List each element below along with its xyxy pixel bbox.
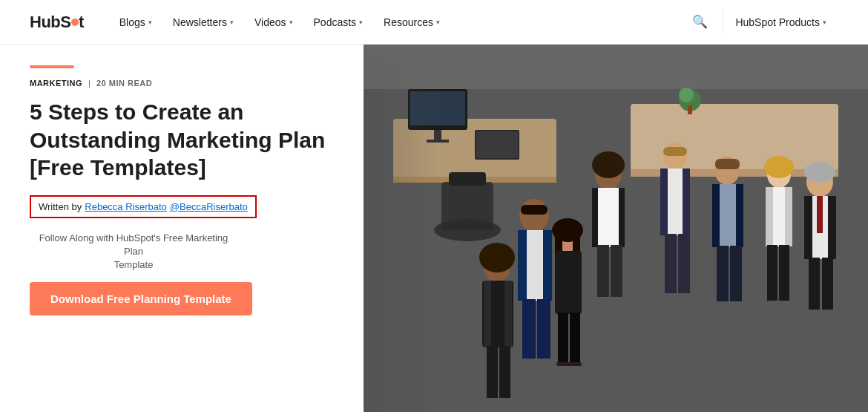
cta-desc-line2: Template bbox=[114, 259, 154, 270]
navbar: HubSt Blogs ▾ Newsletters ▾ Videos ▾ Pod… bbox=[0, 0, 868, 45]
svg-rect-38 bbox=[720, 184, 736, 247]
download-button[interactable]: Download Free Planning Template bbox=[30, 282, 252, 315]
nav-item-podcasts[interactable]: Podcasts ▾ bbox=[305, 10, 372, 34]
nav-item-videos[interactable]: Videos ▾ bbox=[246, 10, 302, 34]
svg-rect-64 bbox=[568, 362, 582, 366]
svg-rect-14 bbox=[688, 105, 692, 114]
svg-point-75 bbox=[479, 243, 515, 272]
svg-rect-24 bbox=[611, 245, 622, 297]
svg-rect-52 bbox=[543, 230, 552, 301]
logo-dot bbox=[71, 19, 79, 26]
svg-rect-68 bbox=[804, 196, 812, 259]
svg-rect-26 bbox=[663, 147, 687, 156]
author-name-link[interactable]: Rebecca Riserbato bbox=[85, 201, 167, 212]
logo[interactable]: HubSt bbox=[30, 13, 84, 32]
category-divider: | bbox=[88, 79, 91, 88]
left-panel: MARKETING | 20 MIN READ 5 Steps to Creat… bbox=[0, 45, 364, 412]
svg-point-66 bbox=[804, 162, 835, 183]
svg-point-48 bbox=[519, 199, 549, 232]
author-prefix: Written by bbox=[39, 201, 82, 212]
category-line: MARKETING | 20 MIN READ bbox=[30, 79, 334, 88]
svg-point-76 bbox=[484, 248, 496, 260]
svg-rect-81 bbox=[487, 346, 498, 398]
chevron-down-icon: ▾ bbox=[823, 19, 826, 26]
svg-rect-28 bbox=[660, 169, 668, 235]
chevron-down-icon: ▾ bbox=[436, 19, 440, 26]
chevron-down-icon: ▾ bbox=[148, 19, 152, 26]
main-content: MARKETING | 20 MIN READ 5 Steps to Creat… bbox=[0, 45, 868, 412]
svg-rect-37 bbox=[736, 184, 743, 247]
nav-label-newsletters: Newsletters bbox=[173, 16, 227, 28]
svg-rect-61 bbox=[558, 313, 568, 364]
hero-image bbox=[364, 45, 868, 412]
nav-item-blogs[interactable]: Blogs ▾ bbox=[111, 10, 161, 34]
svg-rect-55 bbox=[537, 299, 550, 359]
logo-text: HubSt bbox=[30, 13, 84, 32]
svg-point-19 bbox=[592, 151, 625, 178]
author-handle-link[interactable]: @BeccaRiserbato bbox=[170, 201, 248, 212]
svg-rect-39 bbox=[717, 246, 729, 301]
nav-label-blogs: Blogs bbox=[119, 16, 145, 28]
nav-label-resources: Resources bbox=[384, 16, 433, 28]
right-panel bbox=[364, 45, 868, 412]
svg-rect-40 bbox=[730, 246, 742, 301]
cta-desc-line1: Follow Along with HubSpot's Free Marketi… bbox=[39, 232, 228, 257]
office-scene-svg bbox=[364, 45, 868, 412]
svg-rect-22 bbox=[619, 188, 625, 247]
svg-rect-63 bbox=[556, 362, 570, 366]
article-title: 5 Steps to Create an Outstanding Marketi… bbox=[30, 98, 334, 182]
chevron-down-icon: ▾ bbox=[230, 19, 234, 26]
svg-rect-60 bbox=[555, 251, 582, 314]
svg-rect-82 bbox=[499, 346, 510, 398]
svg-rect-54 bbox=[522, 299, 536, 359]
nav-cta-label: HubSpot Products bbox=[735, 16, 820, 28]
svg-rect-17 bbox=[449, 172, 486, 186]
chevron-down-icon: ▾ bbox=[359, 19, 363, 26]
svg-rect-23 bbox=[597, 245, 609, 297]
nav-label-podcasts: Podcasts bbox=[314, 16, 357, 28]
svg-rect-29 bbox=[683, 169, 690, 235]
nav-cta[interactable]: HubSpot Products ▾ bbox=[723, 10, 838, 34]
cta-description: Follow Along with HubSpot's Free Marketi… bbox=[30, 232, 237, 272]
nav-label-videos: Videos bbox=[254, 16, 286, 28]
svg-rect-34 bbox=[715, 159, 740, 169]
svg-rect-62 bbox=[570, 313, 580, 364]
nav-links: Blogs ▾ Newsletters ▾ Videos ▾ Podcasts … bbox=[111, 10, 684, 34]
svg-rect-69 bbox=[828, 196, 836, 259]
svg-rect-47 bbox=[779, 245, 789, 301]
svg-point-77 bbox=[499, 246, 510, 258]
svg-rect-31 bbox=[665, 234, 677, 293]
svg-rect-16 bbox=[441, 182, 493, 230]
svg-rect-72 bbox=[809, 258, 820, 310]
svg-rect-46 bbox=[767, 245, 777, 301]
svg-rect-32 bbox=[678, 234, 690, 293]
svg-point-42 bbox=[764, 156, 794, 178]
svg-rect-71 bbox=[817, 196, 823, 233]
author-box: Written by Rebecca Riserbato @BeccaRiser… bbox=[30, 195, 257, 218]
svg-rect-49 bbox=[521, 205, 548, 215]
logo-suffix: t bbox=[79, 13, 84, 31]
svg-rect-21 bbox=[592, 188, 598, 247]
svg-rect-11 bbox=[476, 131, 518, 158]
svg-rect-36 bbox=[712, 184, 720, 247]
svg-rect-51 bbox=[518, 230, 527, 301]
orange-bar bbox=[30, 65, 74, 68]
svg-rect-44 bbox=[766, 187, 773, 246]
search-icon: 🔍 bbox=[692, 14, 708, 30]
svg-rect-79 bbox=[484, 281, 491, 347]
search-button[interactable]: 🔍 bbox=[683, 8, 717, 36]
nav-item-resources[interactable]: Resources ▾ bbox=[375, 10, 449, 34]
read-time: 20 MIN READ bbox=[96, 79, 152, 88]
svg-rect-45 bbox=[785, 187, 792, 246]
svg-rect-85 bbox=[364, 45, 868, 89]
svg-rect-30 bbox=[668, 169, 683, 235]
svg-rect-53 bbox=[527, 230, 543, 301]
category-label: MARKETING bbox=[30, 79, 82, 88]
svg-rect-73 bbox=[822, 258, 833, 310]
chevron-down-icon: ▾ bbox=[289, 19, 293, 26]
svg-rect-80 bbox=[504, 281, 512, 347]
nav-item-newsletters[interactable]: Newsletters ▾ bbox=[164, 10, 243, 34]
